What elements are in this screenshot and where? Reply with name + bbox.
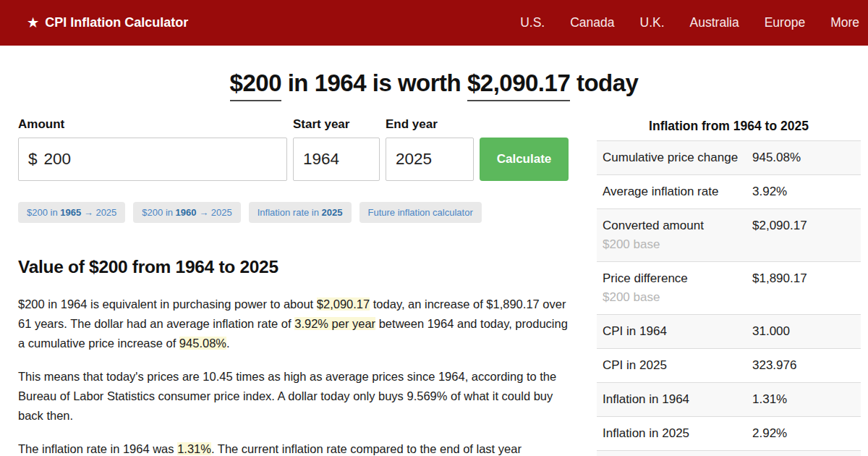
dollar-prefix: $	[28, 150, 38, 169]
summary-row-value: $2,090.17	[746, 209, 861, 262]
summary-row-label: $200 in 1964	[597, 451, 746, 456]
calculate-button-wrap: Calculate	[480, 117, 569, 181]
amount-field-group: Amount $	[18, 117, 287, 181]
article-paragraph: $200 in 1964 is equivalent in purchasing…	[18, 295, 569, 353]
summary-row-value: 2.92%	[746, 417, 861, 451]
nav-item-uk[interactable]: U.K.	[640, 15, 665, 30]
summary-row: CPI in 2025323.976	[597, 349, 861, 383]
end-year-field-group: End year	[386, 117, 474, 181]
start-year-input-box[interactable]	[293, 138, 380, 181]
article-paragraph: This means that today's prices are 10.45…	[18, 367, 569, 426]
summary-row-value: $2,090.17 in	[746, 451, 861, 456]
start-year-field-group: Start year	[293, 117, 380, 181]
end-year-input[interactable]	[396, 150, 466, 169]
summary-row-label: Inflation in 2025	[597, 417, 746, 451]
summary-row-label: CPI in 2025	[597, 349, 746, 383]
article-paragraphs: $200 in 1964 is equivalent in purchasing…	[18, 295, 569, 456]
summary-row-value: 945.08%	[746, 141, 861, 175]
title-text: today	[570, 69, 638, 96]
summary-row-label: Average inflation rate	[597, 175, 746, 209]
amount-input-box[interactable]: $	[18, 138, 287, 181]
header-nav: U.S.CanadaU.K.AustraliaEuropeMore	[520, 15, 862, 30]
main-columns: Amount $ Start year End year Calculat	[0, 117, 868, 456]
highlighted-value: 945.08%	[179, 337, 226, 350]
related-links: $200 in 1965 → 2025$200 in 1960 → 2025In…	[18, 202, 569, 223]
summary-table-title: Inflation from 1964 to 2025	[597, 119, 861, 134]
summary-row-label: Price difference$200 base	[597, 262, 746, 315]
summary-row-sublabel: $200 base	[603, 288, 741, 307]
summary-row-value: $1,890.17	[746, 262, 861, 315]
section-heading: Value of $200 from 1964 to 2025	[18, 257, 569, 277]
related-link-chip[interactable]: $200 in 1960 → 2025	[133, 202, 240, 223]
highlighted-value: $2,090.17	[317, 297, 370, 311]
nav-item-australia[interactable]: Australia	[690, 15, 739, 30]
nav-item-canada[interactable]: Canada	[570, 15, 614, 30]
summary-row-label: CPI in 1964	[597, 315, 746, 349]
summary-row: Price difference$200 base$1,890.17	[597, 262, 861, 315]
summary-row: CPI in 196431.000	[597, 315, 861, 349]
summary-row-value: 3.92%	[746, 175, 861, 209]
summary-row-label: Converted amount$200 base	[597, 209, 746, 262]
calculator-column: Amount $ Start year End year Calculat	[18, 117, 569, 456]
summary-row: Inflation in 19641.31%	[597, 383, 861, 417]
amount-input[interactable]	[44, 150, 279, 169]
star-icon: ★	[27, 15, 38, 30]
start-year-input[interactable]	[303, 150, 372, 169]
title-text: in 1964 is worth	[281, 69, 467, 96]
start-year-label: Start year	[293, 117, 380, 132]
brand-home-link[interactable]: ★ CPI Inflation Calculator	[27, 15, 188, 30]
title-underlined-value: $200	[230, 69, 281, 101]
article-paragraph: The inflation rate in 1964 was 1.31%. Th…	[18, 439, 569, 456]
summary-row-value: 31.000	[746, 315, 861, 349]
page-title: $200 in 1964 is worth $2,090.17 today	[0, 69, 868, 97]
summary-row-label: Inflation in 1964	[597, 383, 746, 417]
header: ★ CPI Inflation Calculator U.S.CanadaU.K…	[0, 0, 868, 46]
nav-item-more[interactable]: More	[830, 15, 859, 30]
article: Value of $200 from 1964 to 2025 $200 in …	[18, 257, 569, 456]
summary-table-body: Cumulative price change945.08%Average in…	[597, 141, 861, 456]
summary-row: Inflation in 20252.92%	[597, 417, 861, 451]
nav-item-us[interactable]: U.S.	[520, 15, 545, 30]
title-underlined-value: $2,090.17	[467, 69, 570, 101]
summary-row-label: Cumulative price change	[597, 141, 746, 175]
calculate-button[interactable]: Calculate	[480, 138, 569, 181]
calculator-form: Amount $ Start year End year Calculat	[18, 117, 569, 181]
highlighted-value: 1.31%	[177, 442, 211, 455]
summary-row-value: 323.976	[746, 349, 861, 383]
end-year-label: End year	[386, 117, 474, 132]
related-link-chip[interactable]: Future inflation calculator	[359, 202, 482, 223]
summary-table: Cumulative price change945.08%Average in…	[597, 140, 861, 456]
nav-item-europe[interactable]: Europe	[765, 15, 805, 30]
end-year-input-box[interactable]	[386, 138, 474, 181]
summary-row: $200 in 1964$2,090.17 in	[597, 451, 861, 456]
highlighted-value: 3.92% per year	[294, 317, 375, 330]
brand-title: CPI Inflation Calculator	[45, 15, 188, 30]
related-link-chip[interactable]: Inflation rate in 2025	[249, 202, 352, 223]
summary-row: Converted amount$200 base$2,090.17	[597, 209, 861, 262]
summary-row: Cumulative price change945.08%	[597, 141, 861, 175]
summary-row-value: 1.31%	[746, 383, 861, 417]
related-link-chip[interactable]: $200 in 1965 → 2025	[18, 202, 125, 223]
summary-sidebar: Inflation from 1964 to 2025 Cumulative p…	[597, 117, 861, 456]
summary-row: Average inflation rate3.92%	[597, 175, 861, 209]
summary-row-sublabel: $200 base	[603, 235, 741, 254]
amount-label: Amount	[18, 117, 287, 132]
